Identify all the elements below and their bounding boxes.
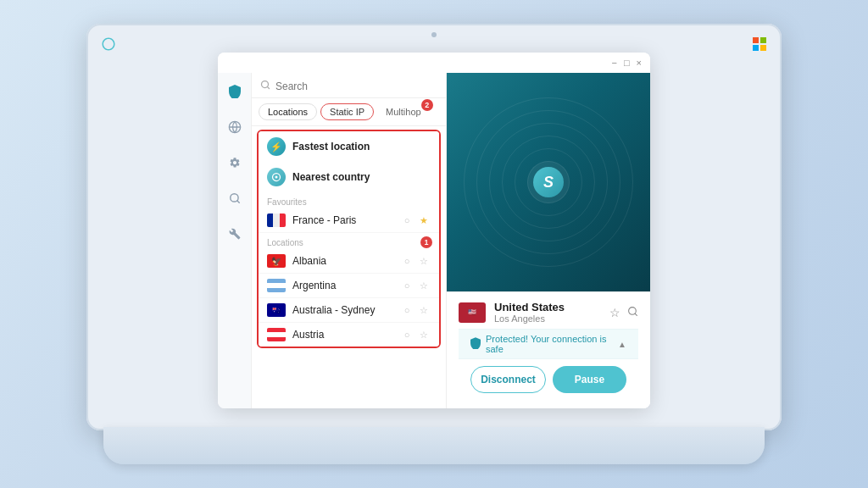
france-star-btn[interactable]: ★ (417, 214, 431, 227)
tab-locations[interactable]: Locations (259, 103, 317, 120)
action-buttons: Disconnect Pause (459, 359, 638, 402)
close-btn[interactable]: × (637, 58, 642, 68)
australia-name: Australia - Sydney (292, 304, 393, 316)
australia-item[interactable]: 🇦🇺 Australia - Sydney ○ ☆ (259, 298, 439, 323)
argentina-actions: ○ ☆ (400, 279, 431, 292)
fastest-location-item[interactable]: ⚡ Fastest location (259, 131, 439, 162)
city-name: Los Angeles (494, 313, 565, 324)
sidebar-item-settings[interactable] (223, 151, 247, 175)
austria-chat-btn[interactable]: ○ (400, 328, 414, 341)
locations-section-label: Locations (259, 233, 312, 249)
svg-rect-2 (753, 45, 759, 51)
nearest-icon (267, 168, 286, 186)
connection-info: 🇺🇸 United States Los Angeles ☆ (447, 291, 650, 408)
locations-badge: 1 (420, 236, 432, 248)
tab-multihop[interactable]: Multihop 2 (377, 104, 430, 119)
argentina-name: Argentina (292, 280, 393, 291)
fastest-label: Fastest location (292, 141, 370, 152)
vpn-visual: S (447, 73, 650, 291)
albania-item[interactable]: 🦅 Albania ○ ☆ (259, 249, 439, 274)
sidebar-item-tools[interactable] (223, 222, 247, 246)
sidebar-item-globe[interactable] (223, 115, 247, 139)
austria-flag (267, 328, 286, 341)
tab-static-ip[interactable]: Static IP (320, 103, 374, 120)
france-chat-btn[interactable]: ○ (400, 214, 414, 227)
nearest-label: Nearest country (292, 171, 370, 183)
albania-actions: ○ ☆ (400, 254, 431, 268)
argentina-item[interactable]: Argentina ○ ☆ (259, 274, 439, 298)
surfshark-logo: S (533, 167, 564, 197)
austria-item[interactable]: Austria ○ ☆ (259, 323, 439, 347)
search-icon (260, 80, 270, 92)
camera (431, 32, 437, 37)
us-flag: 🇺🇸 (459, 302, 486, 323)
country-name: United States (494, 301, 565, 313)
sidebar-item-search[interactable] (223, 186, 247, 210)
left-panel: Locations Static IP Multihop 2 (252, 73, 447, 408)
maximize-btn[interactable]: □ (624, 58, 630, 68)
country-actions: ☆ (609, 306, 638, 319)
title-bar: − □ × (218, 53, 650, 73)
france-flag (267, 214, 286, 227)
sidebar (218, 73, 252, 408)
australia-chat-btn[interactable]: ○ (400, 303, 414, 317)
australia-flag: 🇦🇺 (267, 303, 286, 317)
windows-icon (751, 36, 768, 53)
nearest-country-item[interactable]: Nearest country (259, 162, 439, 192)
svg-rect-0 (753, 37, 759, 43)
favourites-section-label: Favourites (259, 192, 439, 208)
laptop-shell: − □ × (86, 24, 782, 464)
albania-name: Albania (292, 255, 393, 267)
search-input[interactable] (275, 80, 437, 92)
fastest-icon: ⚡ (267, 137, 286, 156)
right-panel: S 🇺🇸 United States Los Angeles (447, 73, 650, 408)
argentina-star-btn[interactable]: ☆ (417, 279, 431, 292)
status-text: Protected! Your connection is safe (486, 334, 613, 354)
austria-name: Austria (292, 329, 393, 341)
australia-star-btn[interactable]: ☆ (417, 303, 431, 317)
minimize-btn[interactable]: − (611, 58, 616, 68)
favourite-france[interactable]: France - Paris ○ ★ (259, 208, 439, 233)
locations-outline-box: ⚡ Fastest location Nearest country Favou (257, 130, 441, 348)
laptop-base (103, 427, 765, 464)
austria-actions: ○ ☆ (400, 328, 431, 341)
chevron-up-icon[interactable]: ▲ (618, 340, 626, 349)
screen-bezel: − □ × (86, 24, 782, 430)
france-actions: ○ ★ (400, 214, 431, 227)
multihop-badge: 2 (421, 99, 433, 111)
app-body: Locations Static IP Multihop 2 (218, 73, 650, 408)
argentina-chat-btn[interactable]: ○ (400, 279, 414, 292)
concentric-circles: S (489, 123, 608, 241)
surfshark-os-icon (100, 36, 117, 53)
australia-actions: ○ ☆ (400, 303, 431, 317)
locations-list: ⚡ Fastest location Nearest country Favou (252, 126, 446, 408)
search-action-btn[interactable] (627, 306, 638, 319)
sidebar-item-shield[interactable] (223, 80, 247, 103)
albania-chat-btn[interactable]: ○ (400, 254, 414, 268)
svg-rect-3 (760, 45, 766, 51)
app-window: − □ × (218, 53, 650, 408)
austria-star-btn[interactable]: ☆ (417, 328, 431, 341)
svg-rect-1 (760, 37, 766, 43)
albania-star-btn[interactable]: ☆ (417, 254, 431, 268)
france-name: France - Paris (292, 214, 393, 226)
status-bar: Protected! Your connection is safe ▲ (459, 329, 638, 359)
svg-point-8 (275, 176, 278, 179)
star-action-btn[interactable]: ☆ (609, 306, 620, 319)
albania-flag: 🦅 (267, 254, 286, 268)
search-bar (252, 73, 446, 98)
tabs-row: Locations Static IP Multihop 2 (252, 98, 446, 126)
country-row: 🇺🇸 United States Los Angeles ☆ (459, 301, 638, 324)
disconnect-button[interactable]: Disconnect (470, 366, 546, 393)
status-shield-icon (470, 337, 481, 352)
country-text: United States Los Angeles (494, 301, 565, 324)
pause-button[interactable]: Pause (553, 366, 626, 393)
argentina-flag (267, 279, 286, 292)
